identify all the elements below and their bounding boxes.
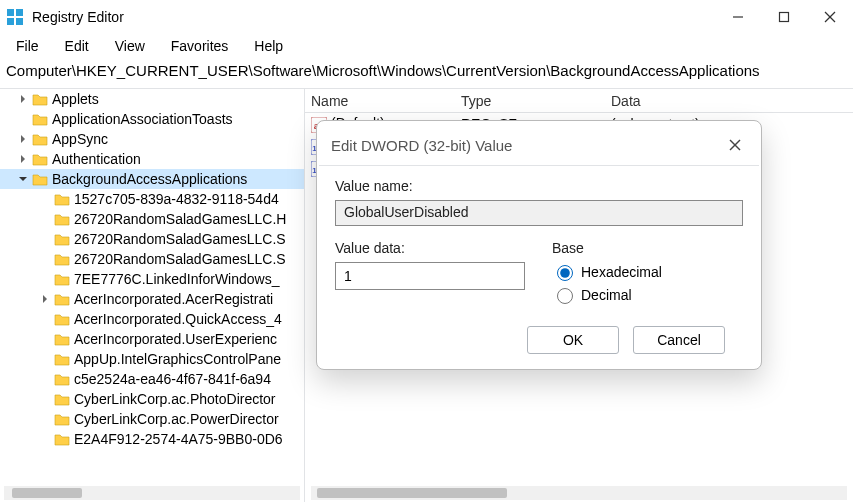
dialog-title: Edit DWORD (32-bit) Value: [331, 137, 723, 154]
col-type[interactable]: Type: [455, 93, 605, 109]
menu-favorites[interactable]: Favorites: [161, 36, 239, 56]
folder-icon: [54, 212, 70, 226]
window-title: Registry Editor: [32, 9, 715, 25]
tree-item-label: 26720RandomSaladGamesLLC.H: [74, 211, 286, 227]
svg-rect-3: [16, 18, 23, 25]
folder-icon: [32, 112, 48, 126]
tree-item-label: 26720RandomSaladGamesLLC.S: [74, 251, 286, 267]
tree-item[interactable]: CyberLinkCorp.ac.PhotoDirector: [0, 389, 304, 409]
tree-item-label: CyberLinkCorp.ac.PhotoDirector: [74, 391, 276, 407]
svg-rect-5: [780, 13, 789, 22]
radio-dec[interactable]: Decimal: [552, 285, 743, 304]
tree-item-label: Authentication: [52, 151, 141, 167]
folder-icon: [32, 172, 48, 186]
tree-item[interactable]: 26720RandomSaladGamesLLC.H: [0, 209, 304, 229]
tree-item[interactable]: AcerIncorporated.UserExperienc: [0, 329, 304, 349]
folder-icon: [54, 292, 70, 306]
col-data[interactable]: Data: [605, 93, 853, 109]
folder-icon: [32, 132, 48, 146]
tree-item[interactable]: BackgroundAccessApplications: [0, 169, 304, 189]
tree-item[interactable]: CyberLinkCorp.ac.PowerDirector: [0, 409, 304, 429]
tree-pane: AppletsApplicationAssociationToastsAppSy…: [0, 89, 305, 502]
tree-item-label: AcerIncorporated.QuickAccess_4: [74, 311, 282, 327]
folder-icon: [54, 332, 70, 346]
tree-item[interactable]: ApplicationAssociationToasts: [0, 109, 304, 129]
value-name-field: GlobalUserDisabled: [335, 200, 743, 226]
folder-icon: [54, 432, 70, 446]
tree-item-label: AppSync: [52, 131, 108, 147]
tree-item[interactable]: 7EE7776C.LinkedInforWindows_: [0, 269, 304, 289]
menu-file[interactable]: File: [6, 36, 49, 56]
maximize-button[interactable]: [761, 3, 807, 31]
col-name[interactable]: Name: [305, 93, 455, 109]
folder-icon: [54, 372, 70, 386]
chevron-down-icon[interactable]: [16, 174, 30, 185]
value-data-label: Value data:: [335, 240, 526, 256]
value-data-input[interactable]: [335, 262, 525, 290]
tree-item[interactable]: 26720RandomSaladGamesLLC.S: [0, 249, 304, 269]
folder-icon: [32, 92, 48, 106]
regedit-icon: [6, 8, 24, 26]
list-headers: Name Type Data: [305, 89, 853, 113]
folder-icon: [54, 192, 70, 206]
folder-icon: [32, 152, 48, 166]
menu-help[interactable]: Help: [244, 36, 293, 56]
tree-item[interactable]: AcerIncorporated.QuickAccess_4: [0, 309, 304, 329]
radio-hex[interactable]: Hexadecimal: [552, 262, 743, 281]
tree-item-label: E2A4F912-2574-4A75-9BB0-0D6: [74, 431, 283, 447]
folder-icon: [54, 392, 70, 406]
tree-item[interactable]: AppUp.IntelGraphicsControlPane: [0, 349, 304, 369]
value-name-label: Value name:: [335, 178, 743, 194]
menubar: File Edit View Favorites Help: [0, 34, 853, 58]
chevron-right-icon[interactable]: [38, 294, 52, 305]
radio-dec-label: Decimal: [581, 287, 632, 303]
svg-rect-2: [7, 18, 14, 25]
ok-button[interactable]: OK: [527, 326, 619, 354]
radio-hex-label: Hexadecimal: [581, 264, 662, 280]
tree-item-label: AcerIncorporated.AcerRegistrati: [74, 291, 273, 307]
svg-rect-1: [16, 9, 23, 16]
tree-item-label: 1527c705-839a-4832-9118-54d4: [74, 191, 279, 207]
tree-item-label: AcerIncorporated.UserExperienc: [74, 331, 277, 347]
tree-item-label: ApplicationAssociationToasts: [52, 111, 233, 127]
chevron-right-icon[interactable]: [16, 134, 30, 145]
folder-icon: [54, 352, 70, 366]
tree-item[interactable]: AcerIncorporated.AcerRegistrati: [0, 289, 304, 309]
titlebar: Registry Editor: [0, 0, 853, 34]
tree-item[interactable]: 26720RandomSaladGamesLLC.S: [0, 229, 304, 249]
address-bar[interactable]: Computer\HKEY_CURRENT_USER\Software\Micr…: [0, 58, 853, 87]
tree-item[interactable]: Authentication: [0, 149, 304, 169]
folder-icon: [54, 232, 70, 246]
edit-dword-dialog: Edit DWORD (32-bit) Value Value name: Gl…: [316, 120, 762, 370]
tree-item-label: AppUp.IntelGraphicsControlPane: [74, 351, 281, 367]
tree-item[interactable]: AppSync: [0, 129, 304, 149]
tree-item-label: BackgroundAccessApplications: [52, 171, 247, 187]
tree-item[interactable]: E2A4F912-2574-4A75-9BB0-0D6: [0, 429, 304, 449]
folder-icon: [54, 252, 70, 266]
tree-item[interactable]: 1527c705-839a-4832-9118-54d4: [0, 189, 304, 209]
radio-dec-input[interactable]: [557, 288, 573, 304]
tree-item-label: Applets: [52, 91, 99, 107]
tree-item-label: 26720RandomSaladGamesLLC.S: [74, 231, 286, 247]
menu-edit[interactable]: Edit: [55, 36, 99, 56]
tree-hscrollbar[interactable]: [4, 486, 300, 500]
folder-icon: [54, 412, 70, 426]
tree-item-label: c5e2524a-ea46-4f67-841f-6a94: [74, 371, 271, 387]
chevron-right-icon[interactable]: [16, 94, 30, 105]
chevron-right-icon[interactable]: [16, 154, 30, 165]
list-hscrollbar[interactable]: [311, 486, 847, 500]
menu-view[interactable]: View: [105, 36, 155, 56]
tree-item-label: 7EE7776C.LinkedInforWindows_: [74, 271, 279, 287]
folder-icon: [54, 312, 70, 326]
tree-item[interactable]: c5e2524a-ea46-4f67-841f-6a94: [0, 369, 304, 389]
radio-hex-input[interactable]: [557, 265, 573, 281]
minimize-button[interactable]: [715, 3, 761, 31]
folder-icon: [54, 272, 70, 286]
tree-item[interactable]: Applets: [0, 89, 304, 109]
svg-rect-0: [7, 9, 14, 16]
close-button[interactable]: [807, 3, 853, 31]
cancel-button[interactable]: Cancel: [633, 326, 725, 354]
dialog-close-button[interactable]: [723, 133, 747, 157]
base-label: Base: [552, 240, 743, 256]
tree-item-label: CyberLinkCorp.ac.PowerDirector: [74, 411, 279, 427]
